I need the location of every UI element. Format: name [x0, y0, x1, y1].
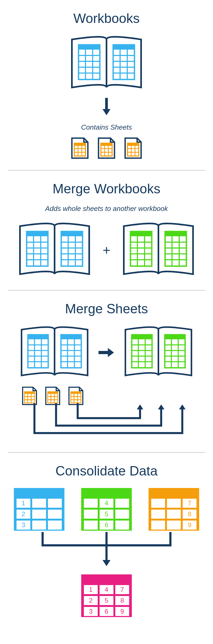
sheet-doc-icon [21, 386, 38, 406]
data-table-green: 4 5 6 [80, 487, 133, 532]
svg-rect-137 [84, 510, 98, 519]
svg-rect-9 [113, 45, 134, 50]
svg-marker-154 [103, 560, 110, 566]
workbook-icon [67, 34, 146, 93]
cell-value: 7 [120, 586, 124, 593]
svg-rect-142 [115, 521, 129, 530]
svg-rect-103 [24, 392, 35, 394]
workbook-green-icon [118, 221, 198, 279]
data-table-blue: 1 2 3 [13, 487, 66, 532]
svg-rect-140 [84, 521, 98, 530]
workbook-green-icon [120, 325, 197, 381]
svg-rect-61 [165, 231, 186, 236]
svg-rect-19 [74, 143, 85, 146]
svg-marker-17 [103, 109, 110, 115]
section-merge-workbooks: Merge Workbooks Adds whole sheets to ano… [0, 170, 213, 290]
arrow-right-icon [99, 346, 114, 359]
section-title: Merge Sheets [8, 301, 205, 317]
svg-rect-145 [167, 499, 181, 508]
svg-rect-45 [61, 231, 83, 236]
svg-rect-150 [151, 521, 165, 530]
cell-value: 3 [22, 521, 25, 529]
section-consolidate: Consolidate Data 1 2 3 4 5 6 7 [0, 453, 213, 630]
sheet-doc-icon [71, 137, 89, 159]
plus-icon: + [103, 242, 110, 258]
cell-value: 5 [105, 597, 108, 604]
cell-value: 3 [89, 608, 92, 615]
svg-rect-125 [32, 499, 46, 508]
svg-rect-134 [84, 499, 98, 508]
cell-value: 2 [22, 510, 25, 518]
workbook-blue-icon [16, 325, 93, 381]
cell-value: 7 [188, 499, 191, 507]
arrow-down-icon [100, 98, 113, 117]
svg-rect-131 [32, 521, 46, 530]
svg-marker-85 [108, 348, 114, 357]
sheets-row [8, 137, 205, 159]
svg-rect-37 [27, 231, 48, 236]
section-title: Merge Workbooks [8, 181, 205, 197]
cell-value: 2 [89, 597, 92, 604]
svg-rect-129 [48, 510, 62, 519]
consolidate-arrows-icon [8, 532, 205, 569]
cell-value: 5 [105, 510, 108, 518]
svg-rect-53 [130, 231, 152, 236]
cell-value: 9 [120, 608, 124, 615]
data-table-orange: 7 8 9 [147, 487, 200, 532]
svg-rect-151 [167, 521, 181, 530]
svg-marker-122 [137, 405, 143, 410]
svg-rect-115 [71, 392, 81, 394]
sheet-doc-icon [44, 386, 61, 406]
svg-rect-132 [48, 521, 62, 530]
svg-rect-136 [115, 499, 129, 508]
svg-rect-128 [32, 510, 46, 519]
svg-marker-120 [179, 405, 186, 410]
cell-value: 8 [188, 510, 191, 518]
svg-rect-144 [151, 499, 165, 508]
sheet-docs-row [21, 386, 205, 406]
sheet-doc-icon [68, 386, 84, 406]
svg-marker-121 [158, 405, 164, 410]
svg-rect-77 [61, 335, 81, 339]
svg-rect-1 [79, 45, 100, 50]
section-title: Workbooks [8, 11, 205, 26]
cell-value: 1 [22, 499, 25, 507]
svg-rect-147 [151, 510, 165, 519]
svg-rect-126 [48, 499, 62, 508]
svg-rect-148 [167, 510, 181, 519]
svg-rect-69 [28, 335, 48, 339]
cell-value: 1 [89, 586, 92, 593]
section-title: Consolidate Data [8, 463, 205, 479]
section-workbooks: Workbooks Contains Sheets [0, 0, 213, 170]
section-subtitle: Adds whole sheets to another workbook [8, 205, 205, 213]
contains-label: Contains Sheets [8, 123, 205, 131]
svg-rect-87 [132, 335, 152, 339]
cell-value: 6 [105, 608, 108, 615]
svg-rect-25 [101, 143, 112, 146]
svg-rect-31 [128, 143, 139, 146]
workbook-blue-icon [15, 221, 95, 279]
flow-arrows-icon [8, 403, 205, 441]
source-tables-row: 1 2 3 4 5 6 7 8 9 [8, 487, 205, 532]
section-merge-sheets: Merge Sheets [0, 290, 213, 452]
cell-value: 4 [105, 499, 108, 507]
cell-value: 6 [105, 521, 108, 529]
svg-rect-109 [48, 392, 58, 394]
data-table-result: 1 4 7 2 5 8 3 6 9 [80, 573, 133, 618]
cell-value: 4 [105, 586, 108, 593]
svg-rect-139 [115, 510, 129, 519]
svg-rect-95 [165, 335, 185, 339]
sheet-doc-icon [124, 137, 142, 159]
cell-value: 9 [188, 521, 191, 529]
sheet-doc-icon [97, 137, 116, 159]
cell-value: 8 [120, 597, 124, 604]
